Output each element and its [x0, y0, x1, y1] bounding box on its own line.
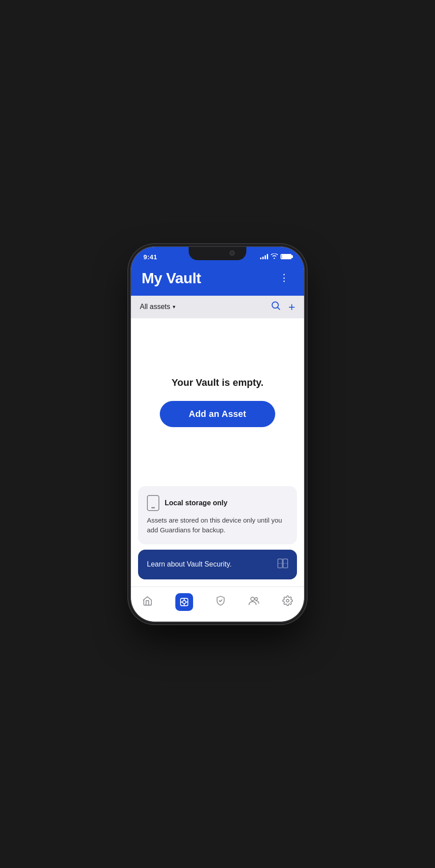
tab-people[interactable] — [243, 594, 265, 610]
signal-icon — [260, 254, 268, 259]
add-asset-button[interactable]: Add an Asset — [160, 401, 275, 427]
tab-settings[interactable] — [277, 594, 298, 610]
learn-label: Learn about Vault Security. — [147, 560, 232, 568]
local-storage-title: Local storage only — [165, 499, 227, 507]
main-content: Your Vault is empty. Add an Asset Local … — [131, 318, 304, 587]
phone-screen: 9:41 — [131, 247, 304, 622]
chevron-down-icon: ▾ — [173, 304, 175, 310]
asset-filter-dropdown[interactable]: All assets ▾ — [140, 303, 175, 311]
shield-icon — [215, 595, 226, 609]
status-time: 9:41 — [143, 253, 157, 261]
home-icon — [142, 595, 153, 609]
empty-state: Your Vault is empty. Add an Asset — [131, 318, 304, 486]
tab-bar — [131, 587, 304, 622]
tab-vault[interactable] — [170, 591, 198, 613]
vault-tab-icon — [175, 593, 193, 611]
local-storage-card: Local storage only Assets are stored on … — [138, 486, 297, 544]
add-asset-icon-button[interactable]: + — [289, 300, 295, 314]
more-menu-button[interactable]: ⋮ — [276, 270, 293, 285]
filter-actions: + — [271, 300, 295, 314]
book-icon — [277, 559, 288, 571]
people-icon — [248, 596, 260, 608]
phone-frame: 9:41 — [131, 247, 304, 622]
app-header: My Vault ⋮ — [131, 264, 304, 296]
device-icon — [147, 495, 159, 511]
wifi-icon — [271, 254, 278, 260]
filter-bar: All assets ▾ + — [131, 296, 304, 318]
svg-point-13 — [255, 598, 257, 600]
gear-icon — [282, 595, 293, 609]
front-camera — [229, 250, 235, 256]
page-title: My Vault — [142, 270, 201, 287]
search-button[interactable] — [271, 301, 281, 313]
svg-point-12 — [251, 597, 254, 601]
svg-point-14 — [286, 599, 289, 602]
info-section: Local storage only Assets are stored on … — [131, 486, 304, 587]
empty-state-title: Your Vault is empty. — [171, 377, 263, 388]
local-storage-description: Assets are stored on this device only un… — [147, 515, 288, 535]
svg-line-1 — [277, 308, 280, 310]
status-icons — [260, 254, 292, 260]
learn-vault-security-card[interactable]: Learn about Vault Security. — [138, 550, 297, 579]
tab-shield[interactable] — [210, 594, 231, 610]
notch — [189, 247, 246, 260]
filter-label: All assets — [140, 303, 170, 311]
tab-home[interactable] — [137, 594, 158, 610]
svg-point-7 — [182, 600, 186, 603]
battery-icon — [281, 254, 292, 259]
card-header: Local storage only — [147, 495, 288, 511]
